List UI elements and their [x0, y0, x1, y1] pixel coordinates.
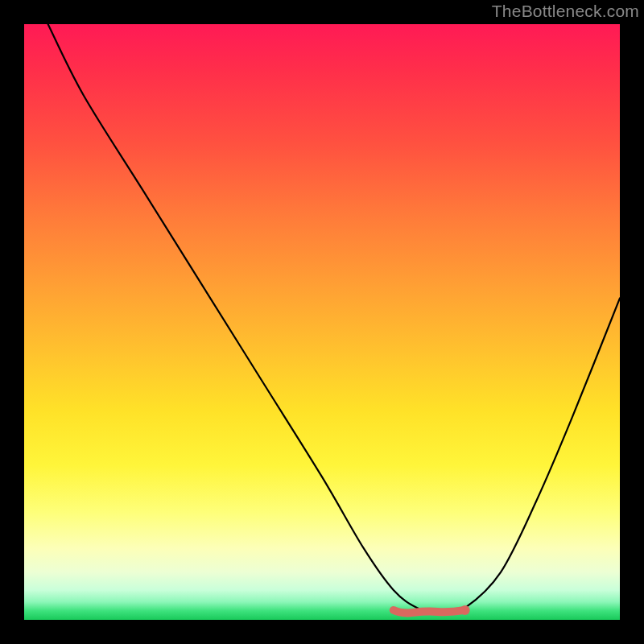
optimal-range-highlight	[394, 610, 465, 613]
optimal-range-end-dot	[460, 605, 470, 615]
bottleneck-curve	[48, 24, 620, 614]
watermark-text: TheBottleneck.com	[492, 2, 639, 21]
chart-frame: TheBottleneck.com	[0, 0, 644, 644]
plot-area	[24, 24, 620, 620]
curve-svg	[24, 24, 620, 620]
